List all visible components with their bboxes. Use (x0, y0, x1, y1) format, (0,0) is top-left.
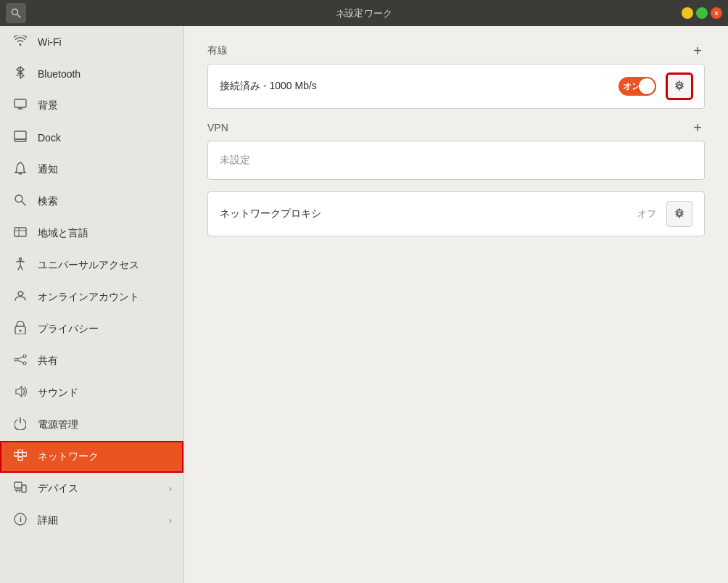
svg-rect-4 (15, 139, 26, 141)
svg-rect-22 (22, 452, 27, 456)
search-button[interactable] (6, 3, 26, 23)
sidebar-item-accessibility-label: ユニバーサルアクセス (38, 259, 172, 272)
vpn-card: 未設定 (207, 141, 705, 180)
proxy-settings-button[interactable] (666, 201, 692, 227)
sharing-icon (12, 355, 29, 368)
maximize-button[interactable] (696, 7, 708, 19)
sidebar-item-power-label: 電源管理 (38, 418, 172, 431)
sidebar-item-background-label: 背景 (38, 99, 172, 112)
svg-point-15 (23, 355, 26, 357)
search-icon (12, 194, 29, 209)
region-icon (12, 226, 29, 241)
sidebar-item-background[interactable]: 背景 (0, 90, 183, 122)
vpn-empty-text: 未設定 (220, 154, 250, 167)
proxy-gear-icon (674, 208, 685, 220)
bluetooth-icon (12, 66, 29, 82)
svg-rect-20 (18, 457, 22, 460)
wired-add-button[interactable]: + (690, 44, 705, 58)
gear-icon (674, 80, 685, 92)
proxy-card: ネットワークプロキシ オフ (207, 191, 705, 236)
wired-toggle[interactable]: オン (619, 77, 656, 96)
sidebar-item-sound[interactable]: サウンド (0, 377, 183, 409)
online-accounts-icon: + (12, 290, 29, 305)
devices-icon (12, 481, 29, 496)
svg-line-18 (17, 357, 23, 359)
toggle-knob (639, 78, 655, 94)
svg-point-34 (678, 85, 682, 88)
toggle-on-label: オン (623, 80, 640, 93)
svg-point-17 (15, 358, 17, 361)
sidebar-item-network-label: ネットワーク (38, 450, 172, 463)
content-area: 有線 + 接続済み - 1000 Mb/s オン (184, 26, 728, 583)
sidebar-item-accessibility[interactable]: ユニバーサルアクセス (0, 249, 183, 281)
page-title: ネットワーク (336, 8, 392, 19)
sidebar-item-region-label: 地域と言語 (38, 227, 172, 240)
sidebar-item-search[interactable]: 検索 (0, 186, 183, 218)
sidebar-item-privacy-label: プライバシー (38, 323, 172, 336)
sidebar-item-devices-label: デバイス (38, 482, 169, 495)
sidebar-item-wifi[interactable]: Wi-Fi (0, 26, 183, 58)
minimize-button[interactable] (682, 7, 693, 19)
proxy-label: ネットワークプロキシ (220, 207, 637, 220)
sidebar-item-notifications[interactable]: 通知 (0, 154, 183, 186)
sidebar-item-devices[interactable]: デバイス › (0, 473, 183, 505)
main-content: Wi-Fi Bluetooth 背景 (0, 26, 728, 583)
sidebar-item-wifi-label: Wi-Fi (38, 36, 172, 48)
svg-rect-28 (22, 485, 26, 492)
svg-text:+: + (22, 291, 25, 295)
wired-toggle-container: オン (619, 73, 692, 99)
sidebar-item-power[interactable]: 電源管理 (0, 409, 183, 441)
sidebar-item-details-label: 詳細 (38, 514, 169, 527)
proxy-status: オフ (637, 207, 656, 220)
sidebar-item-network[interactable]: ネットワーク (0, 441, 183, 473)
privacy-icon (12, 321, 29, 337)
bell-icon (12, 162, 29, 178)
svg-rect-7 (15, 228, 26, 236)
sidebar-item-privacy[interactable]: プライバシー (0, 313, 183, 345)
wired-connection-label: 接続済み - 1000 Mb/s (220, 80, 619, 93)
svg-text:i: i (20, 515, 22, 524)
svg-rect-3 (15, 131, 26, 139)
svg-rect-21 (14, 452, 18, 456)
sidebar-item-online-accounts[interactable]: + オンラインアカウント (0, 281, 183, 313)
svg-point-35 (678, 212, 682, 216)
vpn-section-header: VPN + (207, 120, 705, 135)
sound-icon (12, 386, 29, 400)
svg-rect-27 (15, 482, 22, 488)
sidebar-item-search-label: 検索 (38, 195, 172, 208)
details-icon: i (12, 513, 29, 529)
sidebar-item-sharing[interactable]: 共有 (0, 345, 183, 377)
svg-line-1 (17, 15, 21, 18)
sidebar-item-dock[interactable]: Dock (0, 122, 183, 154)
svg-line-19 (17, 360, 23, 363)
wired-settings-button[interactable] (666, 73, 692, 99)
sidebar-item-bluetooth[interactable]: Bluetooth (0, 58, 183, 90)
details-chevron: › (169, 516, 172, 526)
window-controls: × (682, 7, 722, 19)
sidebar-item-notifications-label: 通知 (38, 163, 172, 176)
svg-point-16 (23, 362, 26, 365)
proxy-row: ネットワークプロキシ オフ (208, 192, 704, 236)
wifi-icon (12, 36, 29, 49)
sidebar: Wi-Fi Bluetooth 背景 (0, 26, 184, 583)
monitor-icon (12, 99, 29, 113)
titlebar: 設定 ネットワーク × (0, 0, 728, 26)
wired-section-title: 有線 (207, 44, 228, 57)
sidebar-item-region[interactable]: 地域と言語 (0, 218, 183, 249)
accessibility-icon (12, 257, 29, 273)
wired-section-header: 有線 + (207, 44, 705, 58)
sidebar-item-dock-label: Dock (38, 132, 172, 144)
svg-rect-2 (15, 99, 26, 107)
sidebar-item-bluetooth-label: Bluetooth (38, 68, 172, 80)
power-icon (12, 417, 29, 433)
svg-line-6 (22, 202, 25, 205)
close-button[interactable]: × (711, 7, 722, 19)
vpn-empty-label: 未設定 (208, 141, 704, 179)
sidebar-item-sound-label: サウンド (38, 386, 172, 400)
vpn-add-button[interactable]: + (690, 120, 705, 135)
network-icon (12, 450, 29, 464)
vpn-section-title: VPN (207, 122, 228, 133)
wired-connection-row: 接続済み - 1000 Mb/s オン (208, 65, 704, 108)
sidebar-item-details[interactable]: i 詳細 › (0, 505, 183, 537)
sidebar-item-sharing-label: 共有 (38, 355, 172, 368)
